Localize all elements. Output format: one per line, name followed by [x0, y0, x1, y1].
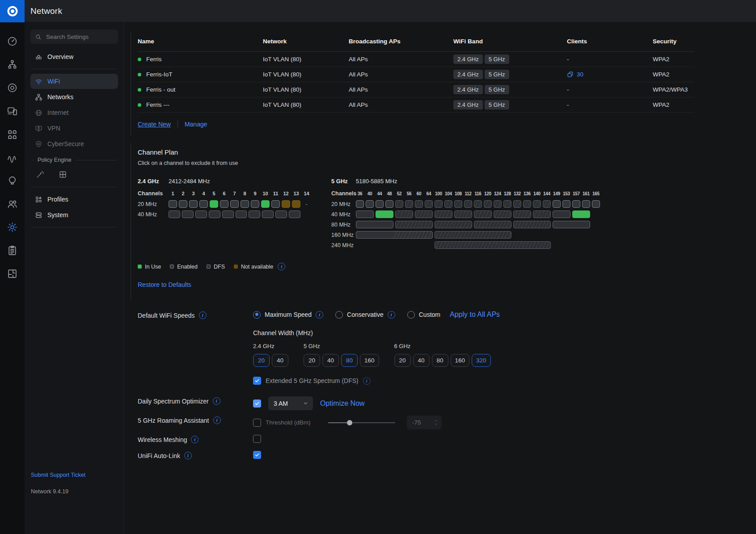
optimizer-checkbox[interactable]	[253, 399, 261, 408]
info-icon[interactable]: i	[213, 397, 220, 405]
channel-cell-dfs[interactable]	[435, 231, 511, 239]
threshold-slider[interactable]	[328, 420, 395, 426]
rail-item-users[interactable]	[0, 192, 25, 215]
channel-cell-enabled[interactable]	[195, 210, 207, 218]
channel-cell-enabled[interactable]	[179, 200, 187, 208]
width-button-40[interactable]: 40	[322, 354, 339, 367]
width-button-320[interactable]: 320	[472, 354, 491, 367]
channel-cell-dfs[interactable]	[395, 200, 403, 208]
channel-cell-dfs[interactable]	[435, 241, 551, 249]
width-button-40[interactable]: 40	[413, 354, 430, 367]
width-button-40[interactable]: 40	[272, 354, 288, 367]
channel-cell-enabled[interactable]	[356, 200, 364, 208]
channel-cell-inuse[interactable]	[261, 200, 270, 208]
channel-cell-enabled[interactable]	[366, 200, 374, 208]
wireless-meshing-checkbox[interactable]	[253, 435, 261, 443]
channel-cell-enabled[interactable]	[376, 200, 384, 208]
channel-cell-enabled[interactable]	[199, 200, 208, 208]
channel-cell-enabled[interactable]	[251, 200, 259, 208]
channel-cell-enabled[interactable]	[385, 200, 393, 208]
clients-count-link[interactable]: 30	[567, 71, 583, 78]
radio-option-custom[interactable]: Custom	[407, 311, 440, 319]
radio-button[interactable]	[253, 311, 261, 319]
channel-cell-enabled[interactable]	[275, 210, 287, 218]
channel-cell-enabled[interactable]	[582, 200, 590, 208]
info-icon[interactable]: i	[363, 377, 371, 385]
channel-cell-dfs[interactable]	[405, 200, 413, 208]
manage-link[interactable]: Manage	[185, 121, 207, 128]
channel-cell-enabled[interactable]	[169, 210, 180, 218]
channel-cell-dfs[interactable]	[395, 210, 413, 218]
roaming-threshold-checkbox[interactable]	[253, 419, 261, 427]
channel-cell-dfs[interactable]	[444, 200, 452, 208]
channel-cell-inuse[interactable]	[210, 200, 218, 208]
info-icon[interactable]: i	[213, 416, 221, 424]
rail-item-apps[interactable]	[0, 122, 25, 146]
number-stepper[interactable]	[434, 419, 438, 426]
channel-cell-dfs[interactable]	[494, 210, 511, 218]
channel-cell-enabled[interactable]	[553, 210, 570, 218]
channel-cell-dfs[interactable]	[415, 210, 433, 218]
rail-item-dashboard[interactable]	[0, 29, 25, 53]
table-row[interactable]: Ferris ---IoT VLAN (80)All APs2.4 GHz5 G…	[138, 97, 694, 113]
channel-cell-enabled[interactable]	[220, 200, 228, 208]
rail-item-devices[interactable]	[0, 99, 25, 122]
channel-cell-dfs[interactable]	[415, 200, 423, 208]
unifi-autolink-checkbox[interactable]	[253, 451, 261, 459]
rail-item-topology[interactable]	[0, 53, 25, 76]
optimize-now-link[interactable]: Optimize Now	[320, 399, 365, 408]
channel-cell-enabled[interactable]	[572, 200, 580, 208]
channel-cell-enabled[interactable]	[230, 200, 239, 208]
info-icon[interactable]: i	[199, 311, 207, 319]
channel-cell-dfs[interactable]	[503, 200, 511, 208]
radio-option-conservative[interactable]: Conservativei	[335, 311, 395, 319]
channel-cell-enabled[interactable]	[271, 200, 280, 208]
channel-cell-enabled[interactable]	[262, 210, 274, 218]
info-icon[interactable]: i	[191, 436, 199, 443]
channel-cell-dfs[interactable]	[474, 200, 482, 208]
width-button-20[interactable]: 20	[304, 354, 320, 367]
channel-cell-enabled[interactable]	[553, 221, 590, 228]
rail-item-floorplan[interactable]	[0, 262, 25, 285]
channel-cell-inuse[interactable]	[572, 210, 590, 218]
rail-item-record[interactable]	[0, 76, 25, 99]
width-button-20[interactable]: 20	[253, 354, 270, 367]
channel-cell-dfs[interactable]	[425, 200, 433, 208]
sidebar-item-system[interactable]: System	[30, 207, 118, 223]
channel-cell-dfs[interactable]	[513, 210, 531, 218]
channel-cell-dfs[interactable]	[454, 210, 472, 218]
apply-to-all-aps-link[interactable]: Apply to All APs	[450, 311, 500, 319]
table-row[interactable]: Ferris - outIoT VLAN (80)All APs2.4 GHz5…	[138, 82, 694, 97]
channel-cell-dfs[interactable]	[543, 200, 551, 208]
unifi-logo[interactable]	[0, 0, 25, 22]
channel-cell-enabled[interactable]	[236, 210, 247, 218]
channel-cell-dfs[interactable]	[435, 200, 443, 208]
width-button-20[interactable]: 20	[394, 354, 411, 367]
policy-engine-wand-button[interactable]	[36, 170, 44, 181]
channel-cell-na[interactable]	[292, 200, 300, 208]
sidebar-item-vpn[interactable]: VPN	[30, 121, 118, 136]
channel-cell-inuse[interactable]	[376, 210, 393, 218]
info-icon[interactable]: i	[184, 452, 192, 459]
channel-cell-enabled[interactable]	[592, 200, 600, 208]
radio-option-maximum-speed[interactable]: Maximum Speedi	[253, 311, 323, 319]
sidebar-item-wifi[interactable]: WiFi	[30, 74, 118, 89]
sidebar-item-networks[interactable]: Networks	[30, 89, 118, 105]
channel-cell-dfs[interactable]	[454, 200, 462, 208]
channel-cell-dfs[interactable]	[523, 200, 531, 208]
info-icon[interactable]: i	[278, 263, 285, 270]
info-icon[interactable]: i	[316, 311, 323, 319]
channel-cell-dfs[interactable]	[474, 221, 511, 228]
slider-thumb[interactable]	[347, 420, 352, 425]
radio-button[interactable]	[407, 311, 415, 319]
rail-item-insights[interactable]	[0, 146, 25, 169]
extended-dfs-checkbox[interactable]	[253, 377, 261, 385]
submit-support-ticket-link[interactable]: Submit Support Ticket	[31, 472, 85, 478]
channel-cell-enabled[interactable]	[562, 200, 570, 208]
channel-cell-enabled[interactable]	[182, 210, 194, 218]
channel-cell-enabled[interactable]	[356, 221, 393, 228]
table-row[interactable]: FerrisIoT VLAN (80)All APs2.4 GHz5 GHz-W…	[138, 52, 694, 67]
optimizer-time-select[interactable]: 3 AM	[268, 396, 313, 410]
search-settings-box[interactable]	[30, 29, 118, 44]
channel-cell-dfs[interactable]	[533, 200, 541, 208]
